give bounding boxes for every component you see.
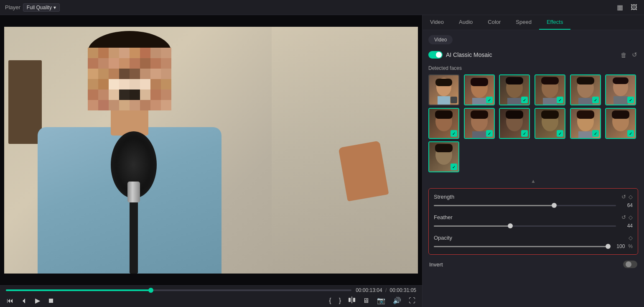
tab-color[interactable]: Color [480,15,508,30]
svg-rect-25 [88,79,98,90]
opacity-thumb[interactable] [606,244,611,249]
video-bg [4,27,418,274]
svg-rect-12 [119,58,130,69]
opacity-track[interactable] [434,246,608,247]
camera-button[interactable]: 📷 [376,296,386,305]
svg-rect-28 [119,79,130,90]
top-bar: Player Full Quality ▾ ▦ 🖼 [0,0,644,15]
right-controls: { } 🖥 📷 🔊 ⛶ [328,296,416,306]
svg-rect-85 [435,144,453,152]
svg-rect-78 [541,110,559,119]
progress-fill [6,289,151,291]
sub-tab-video[interactable]: Video [428,35,453,44]
split-button[interactable] [348,296,356,306]
prev-button[interactable]: ⏮ [6,296,14,305]
play-button[interactable]: ▶ [34,296,41,305]
face-thumb-10[interactable]: ✓ [535,108,565,139]
svg-rect-9 [88,58,98,69]
progress-thumb[interactable] [148,288,153,293]
strength-track[interactable] [434,205,616,206]
svg-rect-59 [506,77,523,84]
audio-button[interactable]: 🔊 [392,296,402,305]
effect-toggle[interactable] [428,51,443,59]
svg-rect-5 [130,48,140,58]
strength-label: Strength [434,194,454,200]
svg-rect-23 [150,69,161,79]
right-panel: Video Audio Color Speed Effects Video [422,15,644,307]
opacity-row: Opacity ◇ 100 % [434,235,633,249]
reset-effect-button[interactable]: ↺ [631,50,638,59]
grid-icon-btn[interactable]: ▦ [615,2,625,13]
face-thumb-9[interactable]: ✓ [499,108,530,139]
opacity-header: Opacity ◇ [434,235,633,241]
svg-rect-1 [88,48,98,58]
face-check-11: ✓ [592,130,599,137]
face-thumb-7[interactable]: ✓ [428,108,459,139]
delete-effect-button[interactable]: 🗑 [620,50,628,59]
player-label: Player [5,4,20,10]
main-area: 00:00:13:04 / 00:00:31:05 ⏮ ⏴ ▶ ⏹ { } [0,15,644,307]
face-thumb-3[interactable]: ✓ [499,74,530,105]
svg-rect-54 [438,96,450,105]
playback-controls: ⏮ ⏴ ▶ ⏹ [6,296,55,305]
face-thumb-1[interactable]: · [428,74,459,105]
feather-keyframe-btn[interactable]: ◇ [629,214,633,220]
face-thumb-11[interactable]: ✓ [570,108,601,139]
face-check-5: ✓ [592,97,599,103]
svg-rect-18 [98,69,109,79]
svg-rect-29 [130,79,140,90]
face-thumb-2[interactable]: ✓ [464,74,495,105]
video-panel: 00:00:13:04 / 00:00:31:05 ⏮ ⏴ ▶ ⏹ { } [0,15,422,307]
face-thumb-12[interactable]: ✓ [605,108,636,139]
feather-fill [434,225,510,227]
tab-video[interactable]: Video [423,15,451,30]
controls-row: ⏮ ⏴ ▶ ⏹ { } 🖥 📷 [6,296,416,306]
face-thumb-6[interactable]: ✓ [605,74,636,105]
mic-base [127,182,140,202]
face-check-3: ✓ [521,97,528,103]
tab-speed[interactable]: Speed [508,15,539,30]
svg-rect-17 [88,69,98,79]
invert-toggle[interactable] [623,261,637,268]
svg-rect-6 [140,48,150,58]
face-thumb-5[interactable]: ✓ [570,74,601,105]
effect-left: AI Classic Mosaic [428,51,492,59]
opacity-fill [434,246,608,247]
feather-reset-btn[interactable]: ↺ [621,214,626,220]
total-time: 00:00:31:05 [390,287,416,293]
bracket-close-button[interactable]: } [338,296,342,305]
tab-bar: Video Audio Color Speed Effects [423,15,644,30]
detected-faces-label: Detected faces [428,65,638,71]
effect-actions: 🗑 ↺ [620,50,638,59]
step-back-button[interactable]: ⏴ [20,296,28,305]
strength-thumb[interactable] [552,203,557,208]
collapse-arrow[interactable]: ▲ [428,178,638,184]
quality-selector[interactable]: Full Quality ▾ [23,3,60,12]
strength-reset-btn[interactable]: ↺ [621,194,626,200]
opacity-keyframe-btn[interactable]: ◇ [629,235,633,241]
effect-header: AI Classic Mosaic 🗑 ↺ [428,50,638,59]
fullscreen-button[interactable]: ⛶ [408,296,416,305]
svg-rect-22 [140,69,150,79]
svg-rect-69 [613,96,628,105]
face-thumb-13[interactable]: ✓ [428,141,459,172]
face-thumb-8[interactable]: ✓ [464,108,495,139]
bracket-open-button[interactable]: { [328,296,332,305]
face-check-10: ✓ [557,130,563,137]
svg-rect-83 [612,110,629,119]
tab-effects[interactable]: Effects [539,15,571,30]
svg-rect-34 [98,90,109,100]
tab-audio[interactable]: Audio [451,15,480,30]
strength-keyframe-btn[interactable]: ◇ [629,194,633,200]
monitor-button[interactable]: 🖥 [362,296,370,305]
face-thumb-4[interactable]: ✓ [535,74,565,105]
photo-icon-btn[interactable]: 🖼 [629,2,639,13]
feather-thumb[interactable] [508,223,513,228]
face-check-4: ✓ [557,97,563,103]
video-container [0,15,422,285]
progress-track[interactable] [6,289,351,291]
opacity-track-container: 100 % [434,243,633,249]
svg-rect-62 [541,77,559,84]
stop-button[interactable]: ⏹ [47,296,55,305]
feather-track[interactable] [434,225,616,227]
